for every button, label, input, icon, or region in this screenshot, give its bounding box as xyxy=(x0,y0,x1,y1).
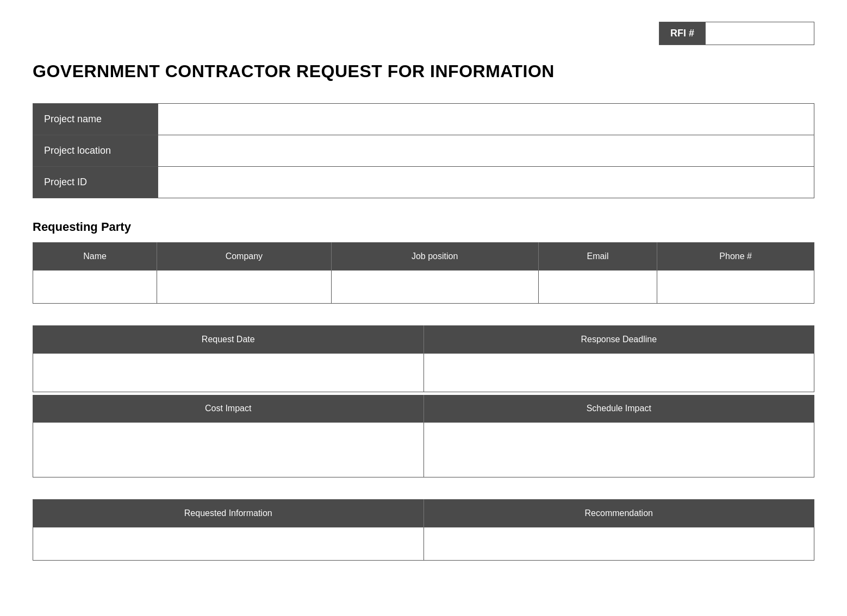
project-location-row: Project location xyxy=(33,135,814,167)
impact-data-row xyxy=(33,423,814,477)
requesting-party-header-row: Name Company Job position Email Phone # xyxy=(33,243,814,271)
project-id-value[interactable] xyxy=(158,167,814,198)
phone-cell[interactable] xyxy=(657,271,814,304)
cost-impact-value[interactable] xyxy=(33,423,424,477)
col-name: Name xyxy=(33,243,157,271)
project-location-value[interactable] xyxy=(158,135,814,167)
schedule-impact-value[interactable] xyxy=(423,423,814,477)
dates-table: Request Date Response Deadline xyxy=(33,325,814,392)
page-title: GOVERNMENT CONTRACTOR REQUEST FOR INFORM… xyxy=(33,61,814,81)
project-name-value[interactable] xyxy=(158,104,814,135)
schedule-impact-label: Schedule Impact xyxy=(423,395,814,423)
col-job-position: Job position xyxy=(331,243,538,271)
requesting-party-table: Name Company Job position Email Phone # xyxy=(33,242,814,304)
project-id-label: Project ID xyxy=(33,167,158,198)
project-info-table: Project name Project location Project ID xyxy=(33,103,814,198)
requesting-party-data-row xyxy=(33,271,814,304)
col-email: Email xyxy=(538,243,657,271)
cost-impact-label: Cost Impact xyxy=(33,395,424,423)
dates-data-row xyxy=(33,354,814,392)
impact-header-row: Cost Impact Schedule Impact xyxy=(33,395,814,423)
request-date-value[interactable] xyxy=(33,354,424,392)
project-location-label: Project location xyxy=(33,135,158,167)
col-phone: Phone # xyxy=(657,243,814,271)
recommendation-label: Recommendation xyxy=(423,500,814,527)
project-name-label: Project name xyxy=(33,104,158,135)
project-id-row: Project ID xyxy=(33,167,814,198)
response-deadline-value[interactable] xyxy=(423,354,814,392)
rfi-label: RFI # xyxy=(659,22,705,45)
requested-information-value[interactable] xyxy=(33,527,424,561)
bottom-data-row xyxy=(33,527,814,561)
col-company: Company xyxy=(157,243,332,271)
bottom-header-row: Requested Information Recommendation xyxy=(33,500,814,527)
requesting-party-title: Requesting Party xyxy=(33,220,814,234)
response-deadline-label: Response Deadline xyxy=(423,326,814,354)
impact-table: Cost Impact Schedule Impact xyxy=(33,395,814,477)
project-name-row: Project name xyxy=(33,104,814,135)
email-cell[interactable] xyxy=(538,271,657,304)
requested-information-label: Requested Information xyxy=(33,500,424,527)
company-cell[interactable] xyxy=(157,271,332,304)
request-date-label: Request Date xyxy=(33,326,424,354)
dates-header-row: Request Date Response Deadline xyxy=(33,326,814,354)
rfi-number-box: RFI # xyxy=(659,22,814,45)
rfi-value-input[interactable] xyxy=(705,22,814,45)
job-position-cell[interactable] xyxy=(331,271,538,304)
name-cell[interactable] xyxy=(33,271,157,304)
rfi-header-section: RFI # xyxy=(33,22,814,45)
recommendation-value[interactable] xyxy=(423,527,814,561)
bottom-table: Requested Information Recommendation xyxy=(33,499,814,561)
